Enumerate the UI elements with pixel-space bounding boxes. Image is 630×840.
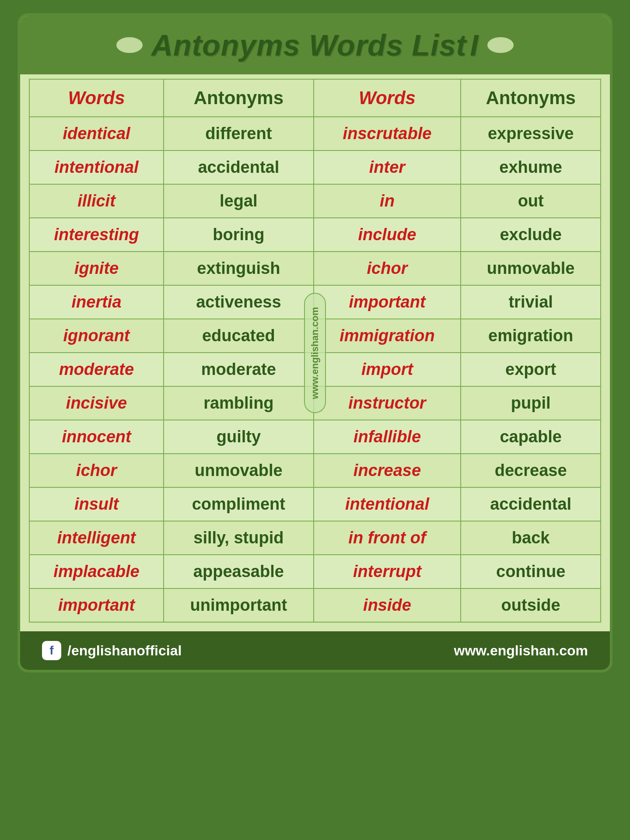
table-row: illicitlegalinout: [29, 184, 601, 218]
antonym-cell-left: boring: [164, 218, 314, 252]
antonym-cell-right: emigration: [461, 319, 601, 353]
word-cell-right: import: [314, 353, 461, 386]
antonym-cell-left: rambling: [164, 386, 314, 420]
table-row: interestingboringincludeexclude: [29, 218, 601, 252]
word-cell-right: instructor: [314, 386, 461, 420]
antonym-cell-right: unmovable: [461, 252, 601, 285]
antonym-cell-right: outside: [461, 588, 601, 622]
col-antonyms1: Antonyms: [164, 79, 314, 117]
table-row: ignoranteducatedimmigrationemigration: [29, 319, 601, 353]
table-wrapper: www.englishan.com Words Antonyms Words A…: [20, 74, 610, 631]
word-cell-left: insult: [29, 487, 164, 521]
table-row: intelligentsilly, stupidin front ofback: [29, 521, 601, 555]
antonym-cell-left: silly, stupid: [164, 521, 314, 555]
word-cell-right: increase: [314, 454, 461, 487]
table-row: intentionalaccidentalinterexhume: [29, 150, 601, 184]
col-words2: Words: [314, 79, 461, 117]
antonym-cell-left: appeasable: [164, 555, 314, 588]
table-row: igniteextinguishichorunmovable: [29, 252, 601, 285]
table-row: ichorunmovableincreasedecrease: [29, 454, 601, 487]
word-cell-left: incisive: [29, 386, 164, 420]
word-cell-right: important: [314, 285, 461, 319]
antonym-cell-left: compliment: [164, 487, 314, 521]
antonym-cell-right: pupil: [461, 386, 601, 420]
main-card: Antonyms Words ListI www.englishan.com W…: [18, 13, 612, 672]
word-cell-right: inscrutable: [314, 117, 461, 150]
word-cell-left: important: [29, 588, 164, 622]
word-cell-left: intelligent: [29, 521, 164, 555]
col-words1: Words: [29, 79, 164, 117]
facebook-icon: f: [42, 641, 61, 660]
antonym-cell-right: capable: [461, 420, 601, 454]
word-cell-left: interesting: [29, 218, 164, 252]
table-header-row: Words Antonyms Words Antonyms: [29, 79, 601, 117]
table-row: importantunimportantinsideoutside: [29, 588, 601, 622]
word-cell-left: implacable: [29, 555, 164, 588]
word-cell-left: illicit: [29, 184, 164, 218]
header-title: Antonyms Words ListI: [151, 28, 479, 62]
footer: f /englishanofficial www.englishan.com: [20, 631, 610, 670]
antonym-cell-left: accidental: [164, 150, 314, 184]
word-cell-right: inter: [314, 150, 461, 184]
antonym-cell-right: out: [461, 184, 601, 218]
word-cell-left: ichor: [29, 454, 164, 487]
header-title-text: Antonyms Words List: [151, 28, 466, 62]
word-cell-right: in front of: [314, 521, 461, 555]
antonym-cell-left: extinguish: [164, 252, 314, 285]
word-cell-left: inertia: [29, 285, 164, 319]
antonym-cell-left: moderate: [164, 353, 314, 386]
word-cell-right: immigration: [314, 319, 461, 353]
word-cell-left: ignorant: [29, 319, 164, 353]
antonym-cell-left: different: [164, 117, 314, 150]
word-cell-right: include: [314, 218, 461, 252]
table-row: identicaldifferentinscrutableexpressive: [29, 117, 601, 150]
footer-website: www.englishan.com: [454, 643, 588, 659]
word-cell-right: interrupt: [314, 555, 461, 588]
antonym-cell-right: exhume: [461, 150, 601, 184]
footer-social: /englishanofficial: [67, 643, 182, 659]
antonym-cell-right: back: [461, 521, 601, 555]
footer-left: f /englishanofficial: [42, 641, 182, 660]
col-antonyms2: Antonyms: [461, 79, 601, 117]
antonym-cell-left: educated: [164, 319, 314, 353]
antonym-cell-left: legal: [164, 184, 314, 218]
word-cell-right: intentional: [314, 487, 461, 521]
antonym-cell-right: accidental: [461, 487, 601, 521]
word-cell-left: innocent: [29, 420, 164, 454]
word-cell-right: infallible: [314, 420, 461, 454]
word-cell-left: intentional: [29, 150, 164, 184]
word-cell-right: ichor: [314, 252, 461, 285]
word-cell-left: identical: [29, 117, 164, 150]
table-row: incisiveramblinginstructorpupil: [29, 386, 601, 420]
word-cell-left: moderate: [29, 353, 164, 386]
table-row: inertiaactivenessimportanttrivial: [29, 285, 601, 319]
antonym-cell-right: export: [461, 353, 601, 386]
antonym-cell-right: trivial: [461, 285, 601, 319]
antonym-cell-right: exclude: [461, 218, 601, 252]
antonym-cell-left: guilty: [164, 420, 314, 454]
header-oval-right: [487, 37, 514, 53]
antonym-cell-left: unmovable: [164, 454, 314, 487]
word-cell-right: in: [314, 184, 461, 218]
antonym-cell-left: unimportant: [164, 588, 314, 622]
table-row: insultcomplimentintentionalaccidental: [29, 487, 601, 521]
header-oval-left: [116, 37, 143, 53]
header-bar: I: [470, 28, 479, 62]
antonym-cell-right: expressive: [461, 117, 601, 150]
antonym-cell-left: activeness: [164, 285, 314, 319]
word-cell-right: inside: [314, 588, 461, 622]
antonyms-table: Words Antonyms Words Antonyms identicald…: [29, 79, 601, 623]
antonym-cell-right: continue: [461, 555, 601, 588]
word-cell-left: ignite: [29, 252, 164, 285]
table-row: innocentguiltyinfalliblecapable: [29, 420, 601, 454]
table-row: implacableappeasableinterruptcontinue: [29, 555, 601, 588]
table-row: moderatemoderateimportexport: [29, 353, 601, 386]
antonym-cell-right: decrease: [461, 454, 601, 487]
header: Antonyms Words ListI: [20, 16, 610, 74]
